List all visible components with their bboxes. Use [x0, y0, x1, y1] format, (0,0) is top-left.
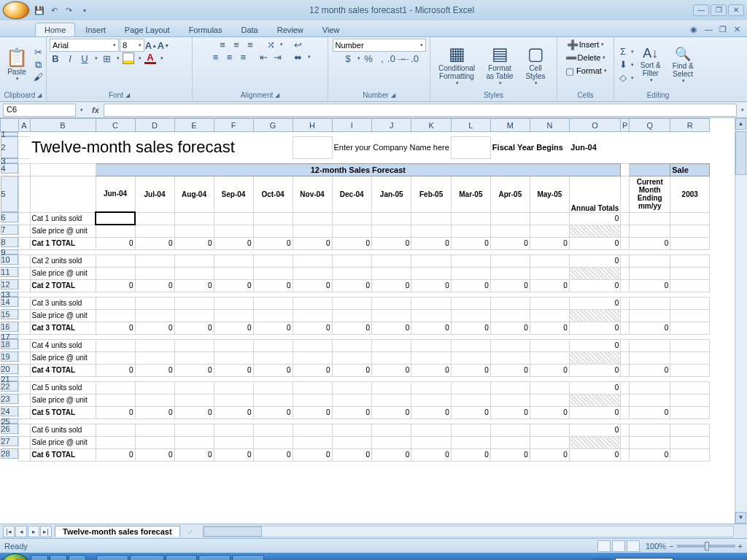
row-label[interactable]: Cat 1 TOTAL	[30, 237, 96, 249]
fx-icon[interactable]: fx	[92, 106, 99, 114]
ie-icon[interactable]: e	[31, 555, 48, 560]
align-right-icon[interactable]: ≡	[238, 51, 249, 63]
zoom-level[interactable]: 100%	[646, 542, 666, 551]
col-header-I[interactable]: I	[332, 119, 371, 132]
fy-value[interactable]: Jun-04	[569, 136, 620, 158]
task-item[interactable]: 📊 E..	[198, 555, 231, 560]
close-doc-icon[interactable]: ✕	[734, 25, 744, 35]
normal-view-icon[interactable]	[597, 540, 611, 552]
col-header-M[interactable]: M	[490, 119, 530, 132]
hscroll-thumb[interactable]	[204, 526, 262, 537]
first-sheet-icon[interactable]: |◂	[3, 526, 15, 537]
insert-cells-button[interactable]: ➕Insert▾	[567, 39, 605, 50]
format-cells-button[interactable]: ▢Format▾	[564, 65, 607, 77]
increase-indent-icon[interactable]: ⇥	[272, 51, 284, 63]
office-button[interactable]	[3, 1, 29, 19]
month-header[interactable]: May-05	[530, 176, 569, 212]
decrease-indent-icon[interactable]: ⇤	[258, 51, 270, 63]
sheet-tab-active[interactable]: Twelve-month sales forecast	[55, 526, 180, 537]
col-header-D[interactable]: D	[135, 119, 174, 132]
help-icon[interactable]: ◉	[690, 25, 700, 35]
row-label[interactable]: Cat 2 units sold	[30, 254, 96, 267]
scroll-up-icon[interactable]: ▲	[735, 118, 746, 130]
tab-page-layout[interactable]: Page Layout	[116, 23, 179, 36]
border-icon[interactable]: ⊞	[101, 52, 112, 64]
tab-insert[interactable]: Insert	[77, 23, 115, 36]
row-label[interactable]: Cat 4 units sold	[30, 339, 96, 351]
row-label[interactable]: Sale price @ unit	[30, 436, 96, 448]
namebox-dd-icon[interactable]: ▾	[80, 107, 83, 113]
horizontal-scrollbar[interactable]	[203, 526, 734, 537]
col-header-F[interactable]: F	[214, 119, 253, 132]
close-button[interactable]: ✕	[728, 4, 744, 16]
col-header-A[interactable]: A	[18, 119, 30, 132]
conditional-formatting-button[interactable]: ▦Conditional Formatting▾	[433, 42, 480, 88]
desktop-icon[interactable]: ▭	[50, 555, 67, 560]
font-size-select[interactable]: 8▾	[120, 39, 144, 52]
zoom-in-icon[interactable]: +	[738, 542, 743, 551]
tab-formulas[interactable]: Formulas	[180, 23, 231, 36]
new-sheet-icon[interactable]: ⟋	[180, 526, 200, 537]
next-sheet-icon[interactable]: ▸	[28, 526, 39, 537]
minimize-button[interactable]: —	[693, 4, 709, 16]
annual-header[interactable]: Annual Totals	[569, 176, 620, 212]
restore-doc-icon[interactable]: ❐	[719, 25, 729, 35]
col-header-H[interactable]: H	[293, 119, 332, 132]
page-title[interactable]: Twelve-month sales forecast	[30, 136, 293, 158]
col-header-C[interactable]: C	[96, 119, 135, 132]
align-left-icon[interactable]: ≡	[210, 51, 222, 63]
last-sheet-icon[interactable]: ▸|	[40, 526, 52, 537]
restore-button[interactable]: ❐	[711, 4, 727, 16]
company-name[interactable]: Enter your Company Name here	[332, 136, 451, 158]
task-item[interactable]: 📊 1..	[232, 555, 263, 560]
forecast-caption[interactable]: 12-month Sales Forecast	[96, 163, 621, 176]
merge-center-icon[interactable]: ⬌	[293, 51, 304, 63]
inc-decimal-icon[interactable]: .0→	[390, 52, 402, 64]
bold-icon[interactable]: B	[50, 52, 61, 64]
grow-font-icon[interactable]: A▲	[145, 39, 157, 51]
page-layout-view-icon[interactable]	[612, 540, 625, 552]
month-header[interactable]: Sep-04	[214, 176, 253, 212]
qat-more-icon[interactable]: ▼	[79, 4, 90, 16]
orientation-icon[interactable]: ⤭	[265, 39, 276, 50]
clear-button[interactable]: ◇▾	[617, 72, 634, 84]
col-header-N[interactable]: N	[530, 119, 569, 132]
align-middle-icon[interactable]: ≡	[231, 39, 242, 50]
row-label[interactable]: Cat 6 units sold	[30, 424, 96, 436]
expand-fbar-icon[interactable]: ▾	[741, 107, 744, 113]
italic-icon[interactable]: I	[64, 52, 76, 64]
task-item[interactable]: 📁 m..	[130, 555, 163, 560]
tab-view[interactable]: View	[314, 23, 349, 36]
row-label[interactable]: Sale price @ unit	[30, 225, 96, 237]
explorer-icon[interactable]: 📁	[69, 555, 86, 560]
wrap-text-icon[interactable]: ↩	[292, 39, 303, 50]
row-label[interactable]: Cat 6 TOTAL	[30, 448, 96, 461]
month-header[interactable]: Jun-04	[96, 176, 135, 212]
zoom-out-icon[interactable]: −	[669, 542, 673, 551]
start-button[interactable]	[1, 553, 29, 560]
min-ribbon-icon[interactable]: —	[705, 25, 715, 35]
align-center-icon[interactable]: ≡	[224, 51, 236, 63]
col-header-R[interactable]: R	[670, 119, 710, 132]
format-as-table-button[interactable]: ▤Format as Table▾	[481, 42, 518, 88]
copy-icon[interactable]: ⧉	[32, 59, 44, 71]
prev-sheet-icon[interactable]: ◂	[15, 526, 27, 537]
font-name-select[interactable]: Arial▾	[50, 39, 119, 52]
spreadsheet-grid[interactable]: ABCDEFGHIJKLMNOPQR12Twelve-month sales f…	[0, 118, 710, 462]
scroll-down-icon[interactable]: ▼	[735, 512, 746, 524]
cme-header[interactable]: Current Month Ending mm/yy	[630, 176, 670, 212]
col-header-Q[interactable]: Q	[630, 119, 670, 132]
dec-decimal-icon[interactable]: ←.0	[404, 52, 416, 64]
find-select-button[interactable]: 🔍Find & Select▾	[667, 44, 699, 85]
align-top-icon[interactable]: ≡	[217, 39, 228, 50]
row-label[interactable]: Cat 5 units sold	[30, 381, 96, 394]
task-item[interactable]: 🦊 B..	[96, 555, 128, 560]
percent-icon[interactable]: %	[363, 52, 374, 64]
col-header-J[interactable]: J	[371, 119, 411, 132]
row-label[interactable]: Sale price @ unit	[30, 394, 96, 406]
undo-icon[interactable]: ↶	[48, 4, 60, 16]
align-bottom-icon[interactable]: ≡	[244, 39, 256, 50]
sort-filter-button[interactable]: A↓Sort & Filter▾	[635, 44, 666, 85]
row-label[interactable]: Sale price @ unit	[30, 267, 96, 279]
col-header-P[interactable]: P	[621, 119, 630, 132]
